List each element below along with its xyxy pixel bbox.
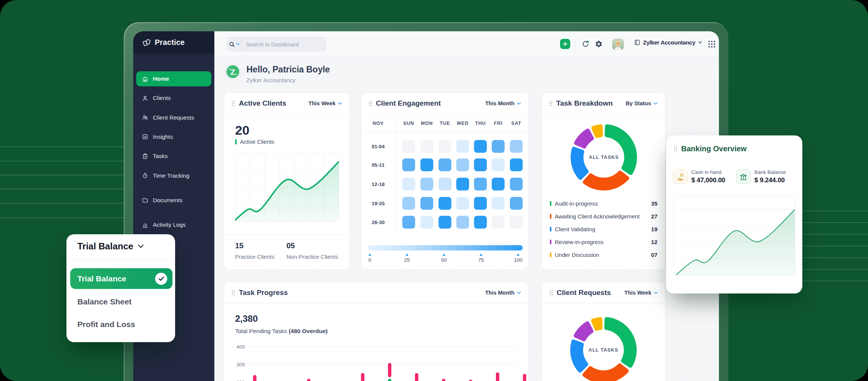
drag-handle-icon[interactable] bbox=[232, 101, 235, 106]
day-column-label: MON bbox=[421, 121, 433, 126]
settings-button[interactable] bbox=[595, 40, 603, 48]
heatmap-cell bbox=[439, 140, 451, 153]
card-task-progress: Task Progress This Month 2,380 Total Pen… bbox=[224, 282, 529, 381]
svg-text:Z: Z bbox=[231, 68, 235, 76]
sidebar-item-label: Client Requests bbox=[153, 114, 194, 121]
scale-tick: 25 bbox=[404, 253, 410, 263]
task-progress-bar bbox=[253, 375, 257, 381]
y-axis-label: 200 bbox=[236, 379, 245, 381]
filter-label: This Week bbox=[309, 100, 336, 106]
filter-dropdown[interactable]: This Week bbox=[309, 100, 342, 106]
heatmap-cell bbox=[402, 158, 415, 171]
trial-balance-select[interactable]: Trial Balance bbox=[77, 241, 144, 252]
heatmap-cell bbox=[439, 178, 451, 190]
drag-handle-icon[interactable] bbox=[369, 101, 372, 106]
heatmap-cell bbox=[456, 216, 469, 229]
app-logo[interactable]: Practice bbox=[133, 31, 214, 54]
active-clients-count: 20 bbox=[235, 123, 249, 138]
time-tracking-icon bbox=[142, 172, 148, 179]
chevron-down-icon bbox=[138, 244, 144, 248]
filter-label: This Week bbox=[625, 290, 651, 296]
heatmap-cell bbox=[474, 140, 487, 153]
insights-icon bbox=[142, 134, 148, 140]
scale-tick: 75 bbox=[478, 253, 484, 263]
heatmap-cell bbox=[492, 216, 505, 229]
sidebar-item-home[interactable]: Home bbox=[136, 71, 211, 86]
drag-handle-icon[interactable] bbox=[549, 101, 553, 106]
chevron-down-icon bbox=[236, 43, 240, 45]
legend-value: 07 bbox=[651, 252, 657, 258]
card-title: Client Requests bbox=[557, 289, 611, 297]
donut-segment bbox=[604, 317, 637, 368]
legend-marker bbox=[550, 227, 551, 232]
dropdown-option-balance-sheet[interactable]: Balance Sheet bbox=[77, 297, 132, 306]
task-progress-bar bbox=[496, 372, 499, 381]
divider bbox=[66, 259, 175, 260]
refresh-button[interactable] bbox=[582, 40, 589, 48]
heatmap-cell bbox=[439, 197, 451, 210]
heatmap-cell bbox=[510, 178, 523, 190]
non-practice-clients-stat: 05 Non-Practice Clients bbox=[286, 241, 338, 260]
scale-tick-label: 100 bbox=[514, 257, 523, 263]
sidebar-item-documents[interactable]: Documents bbox=[136, 193, 211, 208]
legend-value: 35 bbox=[651, 200, 657, 207]
day-column-label: FRI bbox=[494, 121, 503, 126]
heatmap-cell bbox=[439, 216, 451, 229]
scale-tick-label: 0 bbox=[368, 257, 371, 263]
drag-handle-icon[interactable] bbox=[549, 290, 553, 296]
donut-segment bbox=[591, 124, 603, 138]
active-clients-chart bbox=[235, 154, 339, 221]
sidebar-item-time-tracking[interactable]: Time Tracking bbox=[136, 168, 211, 183]
heatmap-cell bbox=[456, 140, 469, 153]
scale-tick: 0 bbox=[368, 253, 371, 263]
donut-segment bbox=[574, 321, 593, 341]
greeting-title: Hello, Patricia Boyle bbox=[246, 65, 330, 75]
filter-dropdown[interactable]: This Week bbox=[625, 290, 658, 296]
donut-segment bbox=[582, 363, 629, 381]
client-requests-icon bbox=[142, 114, 148, 121]
heatmap-cell bbox=[510, 140, 523, 153]
day-column-label: WED bbox=[457, 121, 469, 126]
donut-segment bbox=[605, 124, 637, 175]
legend-label: Active Clients bbox=[240, 138, 274, 145]
activity-logs-icon bbox=[142, 222, 148, 228]
heatmap-cell bbox=[402, 178, 415, 190]
search-input[interactable] bbox=[241, 41, 325, 48]
task-progress-bar bbox=[361, 373, 365, 381]
week-row-label: 26-30 bbox=[372, 220, 385, 225]
filter-dropdown[interactable]: By Status bbox=[626, 100, 657, 106]
sidebar-item-label: Documents bbox=[153, 197, 182, 204]
filter-label: This Month bbox=[485, 100, 514, 106]
sidebar-item-tasks[interactable]: Tasks bbox=[136, 149, 211, 164]
sidebar-item-clients[interactable]: Clients bbox=[136, 91, 211, 106]
documents-icon bbox=[142, 197, 148, 203]
scale-tick-label: 50 bbox=[441, 257, 447, 263]
option-label: Trial Balance bbox=[77, 274, 126, 283]
separator bbox=[701, 40, 702, 49]
sidebar-item-insights[interactable]: Insights bbox=[136, 129, 211, 144]
card-header: Active Clients This Week bbox=[224, 93, 349, 114]
card-header: Task Breakdown By Status bbox=[542, 93, 665, 114]
dropdown-option-trial-balance[interactable]: Trial Balance bbox=[70, 268, 172, 289]
sidebar-item-activity-logs[interactable]: Activity Logs bbox=[136, 217, 211, 232]
filter-dropdown[interactable]: This Month bbox=[485, 100, 521, 106]
heatmap-cell bbox=[474, 216, 487, 229]
sidebar-item-client-requests[interactable]: Client Requests bbox=[136, 110, 211, 125]
donut-segment bbox=[591, 317, 603, 331]
active-clients-legend: Active Clients bbox=[235, 138, 274, 145]
search-scope-button[interactable] bbox=[227, 37, 241, 51]
organization-switcher[interactable]: Zylker Accountancy bbox=[634, 39, 702, 46]
drag-handle-icon[interactable] bbox=[674, 146, 677, 152]
legend-marker bbox=[235, 139, 237, 144]
card-client-engagement: Client Engagement This Month NOVSUNMONTU… bbox=[361, 92, 529, 270]
donut-center-label: ALL TASKS bbox=[589, 347, 619, 353]
add-new-button[interactable] bbox=[560, 39, 570, 49]
gear-icon bbox=[595, 40, 603, 48]
dropdown-option-profit-and-loss[interactable]: Profit and Loss bbox=[77, 320, 135, 329]
apps-grid-button[interactable] bbox=[708, 40, 716, 48]
dashboard-content: Z Hello, Patricia Boyle Zylker Accountan… bbox=[214, 57, 719, 381]
heatmap-cell bbox=[492, 178, 505, 190]
user-avatar[interactable] bbox=[612, 38, 624, 50]
sidebar-item-label: Insights bbox=[153, 134, 173, 140]
tasks-icon bbox=[142, 153, 148, 160]
